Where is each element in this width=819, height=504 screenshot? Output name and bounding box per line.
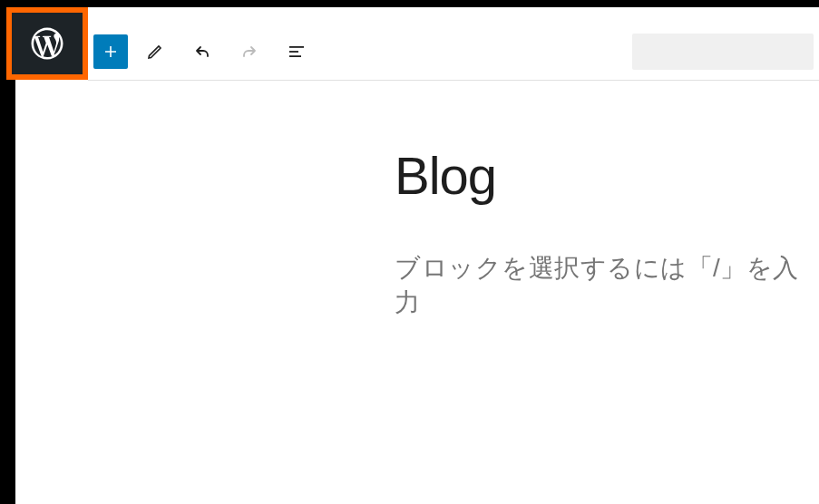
svg-rect-1 — [289, 51, 298, 53]
document-outline-button[interactable] — [277, 32, 317, 72]
editor-toolbar — [88, 23, 819, 81]
redo-button — [229, 32, 269, 72]
svg-rect-2 — [289, 55, 301, 57]
undo-button[interactable] — [182, 32, 222, 72]
top-chrome-bar — [0, 0, 819, 7]
wordpress-logo-icon — [17, 14, 77, 73]
add-block-button[interactable] — [93, 34, 128, 69]
outline-icon — [286, 41, 307, 63]
undo-icon — [191, 41, 213, 63]
wordpress-logo-button[interactable] — [6, 7, 88, 80]
pencil-icon — [144, 41, 166, 63]
block-placeholder-text[interactable]: ブロックを選択するには「/」を入力 — [395, 251, 819, 320]
plus-icon — [100, 41, 122, 63]
editor-canvas[interactable]: Blog ブロックを選択するには「/」を入力 — [15, 82, 819, 504]
toolbar-left-group — [93, 32, 317, 72]
wordpress-icon — [28, 24, 66, 63]
redo-icon — [239, 41, 260, 63]
svg-rect-0 — [289, 46, 304, 48]
post-title[interactable]: Blog — [395, 145, 819, 206]
toolbar-right-group — [632, 34, 814, 70]
toolbar-right-panel[interactable] — [632, 34, 814, 70]
tools-button[interactable] — [135, 32, 175, 72]
